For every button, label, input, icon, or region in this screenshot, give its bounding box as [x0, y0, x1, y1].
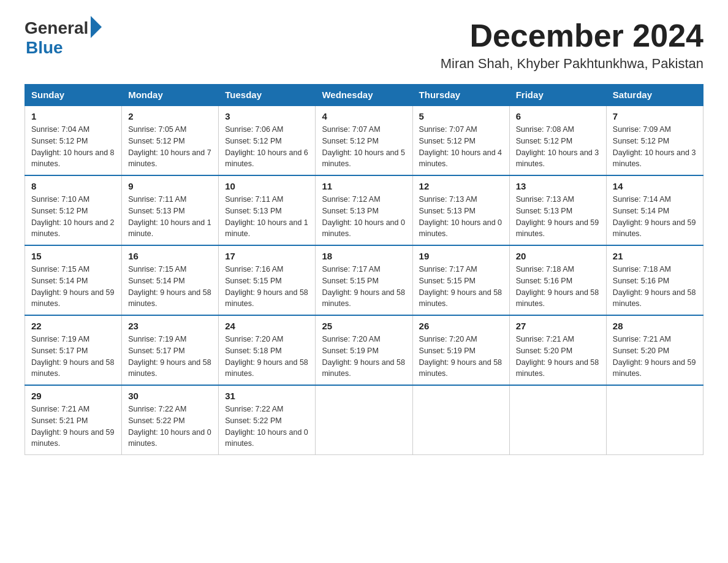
day-info: Sunrise: 7:08 AMSunset: 5:12 PMDaylight:…: [516, 125, 599, 168]
day-info: Sunrise: 7:11 AMSunset: 5:13 PMDaylight:…: [225, 195, 308, 238]
calendar-header-saturday: Saturday: [606, 85, 703, 106]
calendar-cell: 15 Sunrise: 7:15 AMSunset: 5:14 PMDaylig…: [25, 245, 122, 315]
day-number: 20: [516, 251, 600, 261]
calendar-cell: 7 Sunrise: 7:09 AMSunset: 5:12 PMDayligh…: [606, 105, 703, 175]
day-number: 24: [225, 321, 309, 331]
day-info: Sunrise: 7:14 AMSunset: 5:14 PMDaylight:…: [613, 195, 696, 238]
day-info: Sunrise: 7:12 AMSunset: 5:13 PMDaylight:…: [322, 195, 405, 238]
calendar-cell: 2 Sunrise: 7:05 AMSunset: 5:12 PMDayligh…: [122, 105, 219, 175]
calendar-week-row: 8 Sunrise: 7:10 AMSunset: 5:12 PMDayligh…: [25, 175, 703, 245]
calendar-cell: 29 Sunrise: 7:21 AMSunset: 5:21 PMDaylig…: [25, 385, 122, 455]
day-info: Sunrise: 7:09 AMSunset: 5:12 PMDaylight:…: [613, 125, 696, 168]
month-year-title: December 2024: [441, 18, 703, 53]
day-number: 9: [128, 181, 212, 191]
day-number: 30: [128, 391, 212, 401]
calendar-cell: [316, 385, 412, 455]
logo-blue-text: Blue: [26, 38, 63, 58]
day-number: 8: [31, 181, 115, 191]
day-number: 26: [419, 321, 503, 331]
calendar-cell: 9 Sunrise: 7:11 AMSunset: 5:13 PMDayligh…: [122, 175, 219, 245]
calendar-week-row: 29 Sunrise: 7:21 AMSunset: 5:21 PMDaylig…: [25, 385, 703, 455]
day-number: 17: [225, 251, 309, 261]
day-number: 16: [128, 251, 212, 261]
day-number: 14: [613, 181, 697, 191]
day-info: Sunrise: 7:15 AMSunset: 5:14 PMDaylight:…: [128, 265, 211, 308]
day-info: Sunrise: 7:22 AMSunset: 5:22 PMDaylight:…: [225, 405, 308, 448]
day-number: 2: [128, 111, 212, 121]
day-info: Sunrise: 7:13 AMSunset: 5:13 PMDaylight:…: [419, 195, 502, 238]
calendar-cell: 6 Sunrise: 7:08 AMSunset: 5:12 PMDayligh…: [509, 105, 606, 175]
day-info: Sunrise: 7:17 AMSunset: 5:15 PMDaylight:…: [322, 265, 405, 308]
calendar-cell: 10 Sunrise: 7:11 AMSunset: 5:13 PMDaylig…: [219, 175, 316, 245]
calendar-cell: [606, 385, 703, 455]
day-info: Sunrise: 7:21 AMSunset: 5:20 PMDaylight:…: [516, 335, 599, 378]
day-number: 10: [225, 181, 309, 191]
day-info: Sunrise: 7:18 AMSunset: 5:16 PMDaylight:…: [516, 265, 599, 308]
day-number: 19: [419, 251, 503, 261]
day-info: Sunrise: 7:17 AMSunset: 5:15 PMDaylight:…: [419, 265, 502, 308]
calendar-cell: 21 Sunrise: 7:18 AMSunset: 5:16 PMDaylig…: [606, 245, 703, 315]
calendar-header-row: SundayMondayTuesdayWednesdayThursdayFrid…: [25, 85, 703, 106]
title-area: December 2024 Miran Shah, Khyber Pakhtun…: [441, 18, 703, 72]
day-info: Sunrise: 7:22 AMSunset: 5:22 PMDaylight:…: [128, 405, 211, 448]
calendar-cell: 22 Sunrise: 7:19 AMSunset: 5:17 PMDaylig…: [25, 315, 122, 385]
day-number: 31: [225, 391, 309, 401]
day-info: Sunrise: 7:05 AMSunset: 5:12 PMDaylight:…: [128, 125, 211, 168]
calendar-cell: 28 Sunrise: 7:21 AMSunset: 5:20 PMDaylig…: [606, 315, 703, 385]
calendar-cell: 20 Sunrise: 7:18 AMSunset: 5:16 PMDaylig…: [509, 245, 606, 315]
logo-general-text: General: [25, 18, 88, 38]
day-number: 21: [613, 251, 697, 261]
day-number: 18: [322, 251, 406, 261]
day-number: 4: [322, 111, 406, 121]
calendar-cell: [509, 385, 606, 455]
day-info: Sunrise: 7:21 AMSunset: 5:21 PMDaylight:…: [31, 405, 115, 448]
day-info: Sunrise: 7:07 AMSunset: 5:12 PMDaylight:…: [322, 125, 405, 168]
page-header: General Blue December 2024 Miran Shah, K…: [25, 18, 703, 72]
day-number: 28: [613, 321, 697, 331]
day-number: 15: [31, 251, 115, 261]
calendar-header-wednesday: Wednesday: [316, 85, 412, 106]
day-number: 7: [613, 111, 697, 121]
logo: General Blue: [25, 18, 102, 58]
calendar-cell: 8 Sunrise: 7:10 AMSunset: 5:12 PMDayligh…: [25, 175, 122, 245]
calendar-cell: 16 Sunrise: 7:15 AMSunset: 5:14 PMDaylig…: [122, 245, 219, 315]
day-info: Sunrise: 7:19 AMSunset: 5:17 PMDaylight:…: [128, 335, 211, 378]
day-info: Sunrise: 7:15 AMSunset: 5:14 PMDaylight:…: [31, 265, 115, 308]
logo-triangle-icon: [91, 16, 102, 38]
day-number: 11: [322, 181, 406, 191]
day-info: Sunrise: 7:19 AMSunset: 5:17 PMDaylight:…: [31, 335, 115, 378]
calendar-header-thursday: Thursday: [412, 85, 509, 106]
day-number: 13: [516, 181, 600, 191]
calendar-cell: 4 Sunrise: 7:07 AMSunset: 5:12 PMDayligh…: [316, 105, 412, 175]
day-info: Sunrise: 7:10 AMSunset: 5:12 PMDaylight:…: [31, 195, 115, 238]
calendar-header-tuesday: Tuesday: [219, 85, 316, 106]
calendar-cell: [412, 385, 509, 455]
calendar-table: SundayMondayTuesdayWednesdayThursdayFrid…: [25, 84, 703, 455]
day-info: Sunrise: 7:20 AMSunset: 5:19 PMDaylight:…: [419, 335, 502, 378]
calendar-cell: 11 Sunrise: 7:12 AMSunset: 5:13 PMDaylig…: [316, 175, 412, 245]
calendar-cell: 23 Sunrise: 7:19 AMSunset: 5:17 PMDaylig…: [122, 315, 219, 385]
day-info: Sunrise: 7:21 AMSunset: 5:20 PMDaylight:…: [613, 335, 696, 378]
calendar-cell: 12 Sunrise: 7:13 AMSunset: 5:13 PMDaylig…: [412, 175, 509, 245]
day-number: 6: [516, 111, 600, 121]
calendar-cell: 26 Sunrise: 7:20 AMSunset: 5:19 PMDaylig…: [412, 315, 509, 385]
calendar-header-monday: Monday: [122, 85, 219, 106]
day-number: 22: [31, 321, 115, 331]
calendar-cell: 14 Sunrise: 7:14 AMSunset: 5:14 PMDaylig…: [606, 175, 703, 245]
calendar-cell: 31 Sunrise: 7:22 AMSunset: 5:22 PMDaylig…: [219, 385, 316, 455]
day-number: 5: [419, 111, 503, 121]
calendar-cell: 18 Sunrise: 7:17 AMSunset: 5:15 PMDaylig…: [316, 245, 412, 315]
day-info: Sunrise: 7:04 AMSunset: 5:12 PMDaylight:…: [31, 125, 115, 168]
day-number: 12: [419, 181, 503, 191]
calendar-cell: 24 Sunrise: 7:20 AMSunset: 5:18 PMDaylig…: [219, 315, 316, 385]
calendar-cell: 5 Sunrise: 7:07 AMSunset: 5:12 PMDayligh…: [412, 105, 509, 175]
calendar-cell: 1 Sunrise: 7:04 AMSunset: 5:12 PMDayligh…: [25, 105, 122, 175]
calendar-header-sunday: Sunday: [25, 85, 122, 106]
calendar-week-row: 15 Sunrise: 7:15 AMSunset: 5:14 PMDaylig…: [25, 245, 703, 315]
day-number: 3: [225, 111, 309, 121]
day-info: Sunrise: 7:16 AMSunset: 5:15 PMDaylight:…: [225, 265, 308, 308]
calendar-cell: 25 Sunrise: 7:20 AMSunset: 5:19 PMDaylig…: [316, 315, 412, 385]
calendar-cell: 19 Sunrise: 7:17 AMSunset: 5:15 PMDaylig…: [412, 245, 509, 315]
calendar-header-friday: Friday: [509, 85, 606, 106]
day-number: 27: [516, 321, 600, 331]
